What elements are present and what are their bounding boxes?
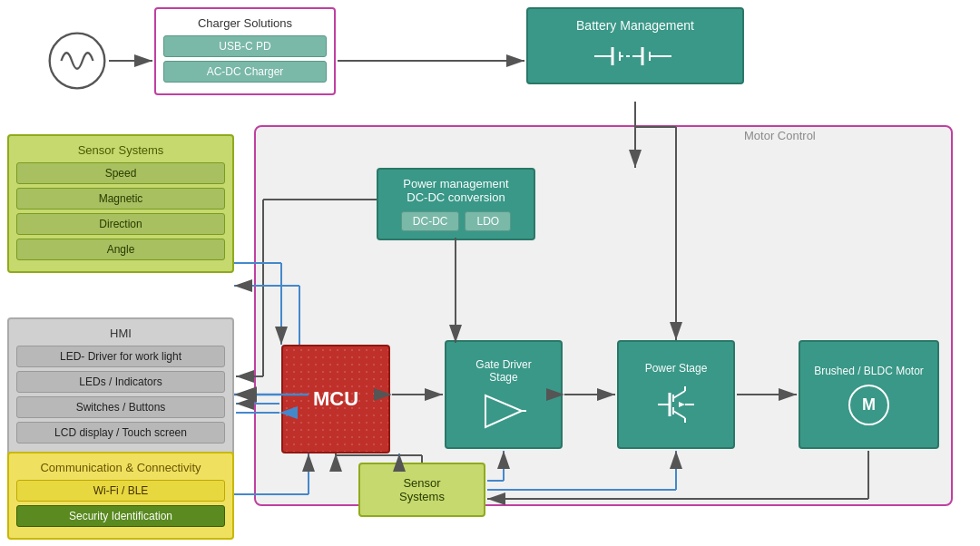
hmi-item-leds: LEDs / Indicators [16,371,225,393]
motor-control-label: Motor Control [744,129,816,142]
power-sub-ldo: LDO [465,211,511,231]
mcu-box: MCU [281,345,390,453]
battery-title: Battery Management [537,18,733,33]
sensor-inner-box: Sensor Systems [358,463,485,517]
power-mgmt-title: Power management DC-DC conversion [386,177,526,204]
sensor-systems-box: Sensor Systems Speed Magnetic Direction … [7,134,234,273]
hmi-item-led-driver: LED- Driver for work light [16,346,225,367]
hmi-item-switches: Switches / Buttons [16,396,225,418]
comm-item-wifi: Wi-Fi / BLE [16,480,225,502]
sensor-item-angle: Angle [16,239,225,260]
ac-source-icon [45,29,109,93]
sensor-item-speed: Speed [16,162,225,184]
power-sub-dcdc: DC-DC [401,211,460,231]
comm-title: Communication & Connectivity [16,461,225,474]
charger-title: Charger Solutions [163,16,327,30]
diagram-container: Charger Solutions USB-C PD AC-DC Charger… [0,0,980,546]
sensor-item-magnetic: Magnetic [16,188,225,210]
sensor-item-direction: Direction [16,213,225,235]
motor-box: Brushed / BLDC Motor M [799,340,939,449]
svg-line-15 [673,391,685,398]
charger-solutions-box: Charger Solutions USB-C PD AC-DC Charger [154,7,336,95]
svg-line-17 [673,411,685,418]
motor-label: Brushed / BLDC Motor [814,365,924,377]
hmi-item-lcd: LCD display / Touch screen [16,422,225,444]
power-stage-symbol [653,382,699,427]
power-mgmt-box: Power management DC-DC conversion DC-DC … [377,168,535,240]
charger-item-acdc: AC-DC Charger [163,61,327,83]
power-stage-box: Power Stage [617,340,735,449]
power-sub-row: DC-DC LDO [386,211,526,231]
power-stage-label: Power Stage [645,362,708,375]
sensor-inner-label: Sensor Systems [399,476,445,503]
gate-driver-label: Gate Driver Stage [475,358,531,384]
svg-point-0 [50,34,105,89]
svg-marker-9 [485,395,522,427]
hmi-box: HMI LED- Driver for work light LEDs / In… [7,317,234,456]
svg-marker-20 [679,402,685,407]
motor-circle: M [848,385,889,425]
hmi-title: HMI [16,327,225,340]
comm-item-security: Security Identification [16,505,225,527]
battery-symbol [590,42,681,71]
charger-item-usbc: USB-C PD [163,35,327,57]
gate-driver-symbol [481,391,526,432]
motor-circle-label: M [862,395,876,414]
mcu-label: MCU [313,387,358,411]
comm-box: Communication & Connectivity Wi-Fi / BLE… [7,452,234,540]
gate-driver-box: Gate Driver Stage [445,340,563,449]
battery-management-box: Battery Management [526,7,744,84]
sensor-systems-title: Sensor Systems [16,143,225,157]
